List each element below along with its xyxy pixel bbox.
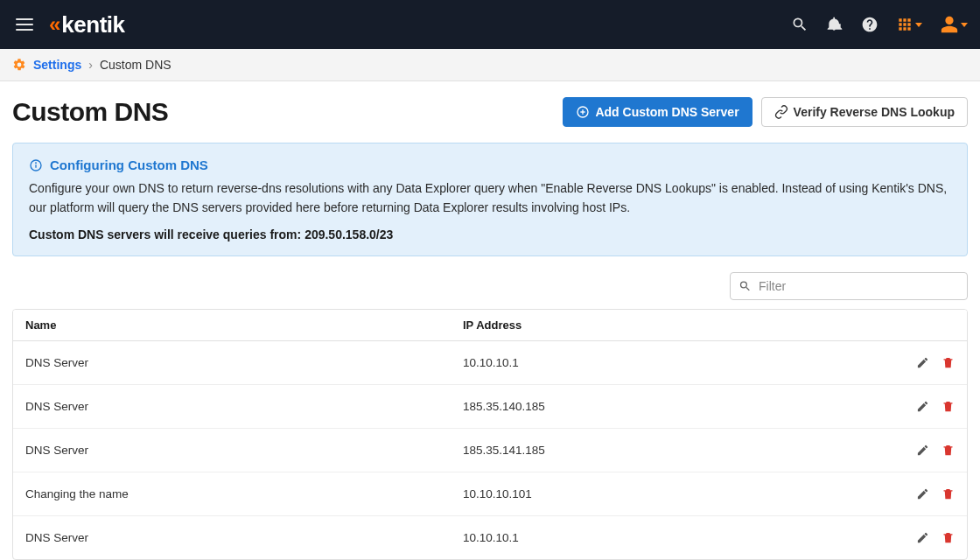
megaphone-icon[interactable] xyxy=(826,16,844,33)
info-callout: Configuring Custom DNS Configure your ow… xyxy=(12,143,968,256)
link-icon xyxy=(774,105,788,119)
logo-mark-icon: « xyxy=(49,12,58,37)
column-header-ip[interactable]: IP Address xyxy=(463,318,893,332)
brand-name: kentik xyxy=(61,11,124,38)
trash-icon[interactable] xyxy=(942,444,955,457)
cell-ip: 10.10.10.1 xyxy=(463,356,893,369)
trash-icon[interactable] xyxy=(942,356,955,369)
page-title: Custom DNS xyxy=(12,97,168,127)
apps-icon[interactable] xyxy=(896,16,922,33)
page-header: Custom DNS Add Custom DNS Server Verify … xyxy=(12,97,968,127)
topbar: « kentik xyxy=(0,0,980,49)
search-icon xyxy=(738,280,752,293)
cell-name: DNS Server xyxy=(25,531,463,544)
filter-wrap xyxy=(730,272,968,300)
edit-icon[interactable] xyxy=(916,400,929,413)
table-row: DNS Server 10.10.10.1 xyxy=(13,341,967,385)
cell-name: DNS Server xyxy=(25,400,463,413)
table-row: DNS Server 185.35.140.185 xyxy=(13,385,967,429)
callout-note-label: Custom DNS servers will receive queries … xyxy=(29,228,304,242)
column-header-name[interactable]: Name xyxy=(25,318,463,332)
breadcrumb: Settings › Custom DNS xyxy=(0,49,980,81)
menu-toggle[interactable] xyxy=(12,15,37,34)
header-actions: Add Custom DNS Server Verify Reverse DNS… xyxy=(563,97,968,127)
callout-note-value: 209.50.158.0/23 xyxy=(304,228,393,242)
table-row: DNS Server 185.35.141.185 xyxy=(13,429,967,472)
cell-ip: 185.35.141.185 xyxy=(463,444,893,457)
add-button-label: Add Custom DNS Server xyxy=(595,105,738,119)
edit-icon[interactable] xyxy=(916,356,929,369)
info-icon xyxy=(29,158,43,172)
filter-row xyxy=(12,272,968,300)
gear-icon xyxy=(12,58,26,72)
verify-button-label: Verify Reverse DNS Lookup xyxy=(794,105,955,119)
chevron-down-icon xyxy=(915,23,922,27)
breadcrumb-separator: › xyxy=(88,58,93,72)
table-row: DNS Server 10.10.10.1 xyxy=(13,516,967,559)
help-icon[interactable] xyxy=(861,16,878,33)
cell-name: DNS Server xyxy=(25,444,463,457)
cell-name: DNS Server xyxy=(25,356,463,369)
verify-reverse-dns-button[interactable]: Verify Reverse DNS Lookup xyxy=(761,97,968,127)
cell-name: Changing the name xyxy=(25,487,463,500)
table-header: Name IP Address xyxy=(13,310,967,341)
search-icon[interactable] xyxy=(791,16,808,33)
callout-title: Configuring Custom DNS xyxy=(50,158,208,172)
callout-note: Custom DNS servers will receive queries … xyxy=(29,228,951,242)
column-header-actions xyxy=(893,318,955,332)
trash-icon[interactable] xyxy=(942,531,955,544)
trash-icon[interactable] xyxy=(942,487,955,500)
cell-ip: 10.10.10.1 xyxy=(463,531,893,544)
topbar-right xyxy=(791,15,968,34)
callout-header: Configuring Custom DNS xyxy=(29,158,951,172)
svg-point-5 xyxy=(36,163,37,164)
main-content: Custom DNS Add Custom DNS Server Verify … xyxy=(0,81,980,560)
breadcrumb-current: Custom DNS xyxy=(100,58,172,72)
dns-table: Name IP Address DNS Server 10.10.10.1 DN… xyxy=(12,309,968,560)
add-custom-dns-button[interactable]: Add Custom DNS Server xyxy=(563,97,752,127)
plus-circle-icon xyxy=(576,105,590,119)
callout-body: Configure your own DNS to return reverse… xyxy=(29,179,951,217)
cell-ip: 10.10.10.101 xyxy=(463,487,893,500)
topbar-left: « kentik xyxy=(12,11,125,38)
breadcrumb-root-link[interactable]: Settings xyxy=(33,58,81,72)
filter-input[interactable] xyxy=(730,272,968,300)
table-row: Changing the name 10.10.10.101 xyxy=(13,472,967,516)
user-menu[interactable] xyxy=(940,15,968,34)
cell-ip: 185.35.140.185 xyxy=(463,400,893,413)
chevron-down-icon xyxy=(961,23,968,27)
edit-icon[interactable] xyxy=(916,531,929,544)
trash-icon[interactable] xyxy=(942,400,955,413)
edit-icon[interactable] xyxy=(916,487,929,500)
edit-icon[interactable] xyxy=(916,444,929,457)
brand-logo[interactable]: « kentik xyxy=(49,11,125,38)
